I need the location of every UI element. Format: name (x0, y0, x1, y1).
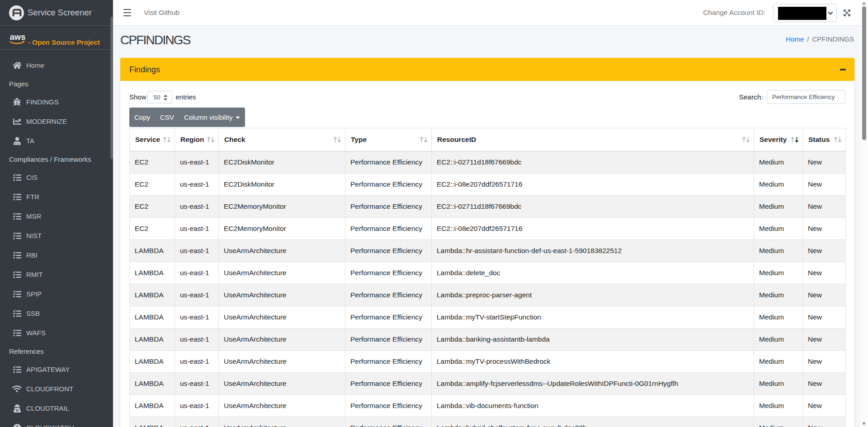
svg-text:aws: aws (10, 33, 26, 42)
